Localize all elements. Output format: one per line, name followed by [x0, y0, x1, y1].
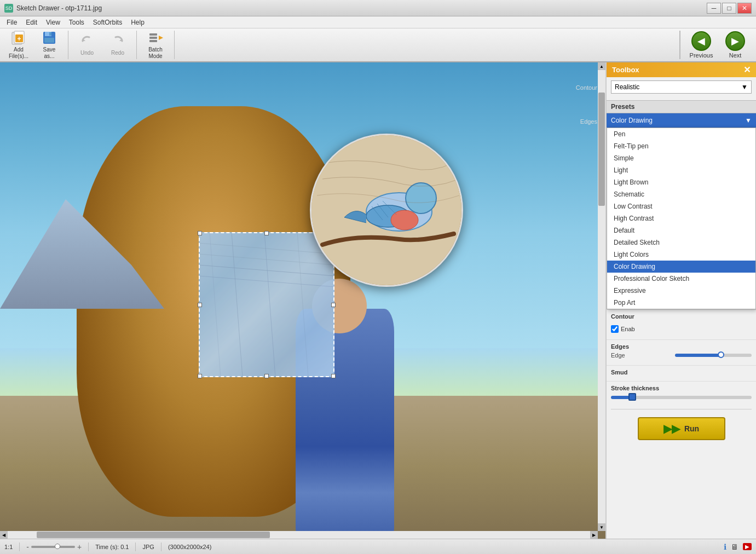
next-icon: ▶	[725, 31, 745, 51]
menu-file[interactable]: File	[2, 18, 21, 27]
zoom-plus-icon[interactable]: +	[77, 543, 82, 551]
menu-view[interactable]: View	[42, 18, 65, 27]
svg-line-19	[232, 232, 243, 377]
svg-rect-10	[149, 33, 157, 36]
scroll-right-button[interactable]: ▶	[590, 531, 598, 539]
zoom-minus-icon[interactable]: -	[26, 543, 29, 551]
edge-slider-thumb[interactable]	[718, 351, 724, 358]
preset-pen[interactable]: Pen	[607, 128, 755, 140]
edge-row: Edge	[611, 352, 752, 359]
h-scroll-track[interactable]	[8, 531, 590, 539]
edge-label: Edge	[611, 352, 625, 359]
main-area: ▲ ▼ ◀ ▶ Contour Edges Toolbox ✕	[0, 62, 756, 539]
svg-rect-12	[149, 40, 157, 42]
edges-header: Edges	[611, 343, 752, 350]
menu-softorbits[interactable]: SoftOrbits	[89, 18, 126, 27]
scroll-down-button[interactable]: ▼	[598, 523, 605, 531]
svg-rect-11	[149, 37, 157, 39]
preset-selector-bar[interactable]: Color Drawing ▼	[607, 113, 756, 128]
batch-group: BatchMode	[141, 31, 175, 59]
preset-color-drawing[interactable]: Color Drawing	[607, 261, 755, 273]
preset-schematic[interactable]: Schematic	[607, 188, 755, 200]
menu-edit[interactable]: Edit	[21, 18, 42, 27]
style-dropdown-arrow: ▼	[741, 83, 748, 91]
format-section: JPG	[142, 544, 154, 550]
close-button[interactable]: ✕	[737, 3, 752, 14]
stroke-thickness-section: Stroke thickness	[607, 381, 756, 407]
save-as-icon	[42, 30, 57, 45]
svg-line-21	[297, 232, 308, 377]
enable-label: Enab	[621, 326, 635, 332]
minimize-button[interactable]: ─	[707, 3, 721, 14]
horizontal-scrollbar[interactable]: ◀ ▶	[0, 531, 598, 539]
menu-help[interactable]: Help	[126, 18, 149, 27]
maximize-button[interactable]: □	[722, 3, 736, 14]
title-bar-controls[interactable]: ─ □ ✕	[707, 3, 752, 14]
zoom-slider[interactable]: - +	[26, 543, 82, 551]
preset-dropdown-list: Pen Felt-Tip pen Simple Light Light Brow…	[607, 128, 756, 309]
redo-button[interactable]: Redo	[103, 31, 132, 59]
enable-checkbox[interactable]	[611, 325, 619, 333]
background-image	[0, 62, 605, 539]
preset-simple[interactable]: Simple	[607, 152, 755, 164]
add-files-button[interactable]: + AddFile(s)...	[4, 31, 33, 59]
youtube-icon[interactable]: ▶	[743, 543, 752, 550]
title-bar: SD Sketch Drawer - otp-1711.jpg ─ □ ✕	[0, 0, 756, 16]
menu-tools[interactable]: Tools	[65, 18, 89, 27]
status-divider-4	[161, 543, 161, 551]
preset-pop-art[interactable]: Pop Art	[607, 297, 755, 309]
dimensions-section: (3000x2000x24)	[168, 544, 212, 550]
preset-light-brown[interactable]: Light Brown	[607, 176, 755, 188]
zoom-track[interactable]	[31, 546, 75, 548]
preset-expressive[interactable]: Expressive	[607, 285, 755, 297]
vertical-scrollbar[interactable]: ▲ ▼	[598, 62, 605, 531]
toolbox-close-button[interactable]: ✕	[743, 65, 751, 75]
undo-button[interactable]: Undo	[73, 31, 101, 59]
image-dimensions: (3000x2000x24)	[168, 544, 212, 550]
scroll-thumb[interactable]	[598, 93, 605, 206]
info-icon[interactable]: ℹ	[724, 543, 726, 551]
preset-high-contrast[interactable]: High Contrast	[607, 212, 755, 224]
batch-mode-label: BatchMode	[148, 47, 163, 60]
stroke-slider-track[interactable]	[611, 396, 752, 399]
preset-felt-tip-pen[interactable]: Felt-Tip pen	[607, 140, 755, 152]
batch-mode-button[interactable]: BatchMode	[141, 31, 170, 59]
stroke-thickness-slider[interactable]	[611, 396, 752, 399]
scroll-left-button[interactable]: ◀	[0, 531, 8, 539]
toolbox-title: Toolbox	[612, 66, 639, 74]
app-title: Sketch Drawer - otp-1711.jpg	[16, 4, 102, 12]
save-as-button[interactable]: Saveas...	[35, 31, 64, 59]
next-button[interactable]: ▶ Next	[719, 31, 752, 59]
scroll-track[interactable]	[598, 70, 605, 523]
preset-light-colors[interactable]: Light Colors	[607, 249, 755, 261]
toolbar: + AddFile(s)... Saveas...	[0, 28, 756, 62]
menu-bar: File Edit View Tools SoftOrbits Help	[0, 16, 756, 28]
edge-slider-track[interactable]	[675, 354, 752, 357]
stroke-slider-thumb[interactable]	[628, 393, 636, 401]
time-section: Time (s): 0.1	[95, 544, 129, 550]
monitor-icon[interactable]: 🖥	[731, 543, 738, 551]
svg-point-24	[406, 183, 436, 213]
toolbox-panel: Toolbox ✕ Realistic ▼ Presets Color Draw…	[605, 62, 756, 539]
style-dropdown[interactable]: Realistic ▼	[611, 80, 752, 94]
preset-detailed-sketch[interactable]: Detailed Sketch	[607, 236, 755, 249]
toolbox-header: Toolbox ✕	[607, 62, 756, 77]
preset-low-contrast[interactable]: Low Contrast	[607, 200, 755, 212]
file-format: JPG	[142, 544, 154, 550]
divider	[611, 409, 752, 409]
run-button[interactable]: ▶▶ Run	[638, 417, 725, 440]
title-bar-left: SD Sketch Drawer - otp-1711.jpg	[4, 4, 102, 13]
smudge-section: Smud	[607, 365, 756, 381]
preset-default[interactable]: Default	[607, 224, 755, 236]
h-scroll-thumb[interactable]	[37, 532, 270, 538]
preset-professional-color-sketch[interactable]: Professional Color Sketch	[607, 273, 755, 285]
status-right-icons: ℹ 🖥 ▶	[724, 543, 752, 551]
zoom-thumb[interactable]	[55, 544, 60, 549]
scroll-up-button[interactable]: ▲	[598, 62, 605, 70]
status-bar: 1:1 - + Time (s): 0.1 JPG (3000x2000x24)…	[0, 539, 756, 554]
previous-button[interactable]: ◀ Previous	[685, 31, 718, 59]
run-label: Run	[684, 424, 699, 433]
preset-light[interactable]: Light	[607, 164, 755, 176]
zoom-ratio: 1:1	[4, 544, 13, 550]
canvas-area[interactable]: ▲ ▼ ◀ ▶ Contour Edges	[0, 62, 605, 539]
